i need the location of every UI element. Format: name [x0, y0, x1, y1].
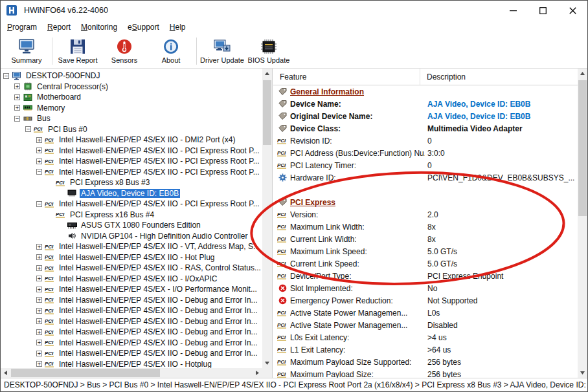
details-row[interactable]: PCIMaximum Payload Size Supported:256 by… [273, 356, 578, 368]
details-row[interactable]: PCIL1 Exit Latency:>64 us [273, 343, 578, 356]
details-row[interactable]: PCIMaximum Link Speed:5.0 GT/s [273, 245, 578, 257]
tree-item[interactable]: +PCIIntel Haswell-EN/EP/EP 4S/EX IIO - R… [1, 263, 262, 274]
driver-button[interactable]: Driver Update [199, 34, 245, 68]
tree-item[interactable]: −PCIPCI Bus #0 [1, 124, 262, 135]
scroll-up-arrow-icon[interactable] [262, 69, 272, 78]
scroll-right-arrow-icon[interactable] [253, 368, 262, 378]
details-row[interactable]: PCICurrent Link Speed:5.0 GT/s [273, 257, 578, 270]
tree-item[interactable]: +PCIIntel Haswell-EN/EP/EP 4S/EX IIO - H… [1, 359, 262, 369]
collapse-toggle[interactable]: − [3, 73, 9, 79]
expand-toggle[interactable]: + [36, 147, 42, 153]
collapse-toggle[interactable]: − [36, 169, 42, 175]
bios-button[interactable]: BIOS Update [245, 34, 292, 68]
maximize-button[interactable] [528, 1, 558, 20]
tree-item[interactable]: +PCIIntel Haswell-EN/EP/EP 4S/EX IIO - I… [1, 274, 262, 285]
tree-item[interactable]: ASUS GTX 1080 Founders Edition [1, 220, 262, 231]
scroll-down-arrow-icon[interactable] [262, 358, 272, 368]
expand-toggle[interactable]: + [36, 361, 42, 367]
tree-item[interactable]: +PCIIntel Haswell-EN/EP/EP 4S/EX IIO - D… [1, 327, 262, 338]
tree-hscroll-thumb[interactable] [11, 369, 160, 377]
expand-toggle[interactable]: + [36, 137, 42, 143]
details-vscroll-thumb[interactable] [578, 80, 587, 216]
expand-toggle[interactable]: + [36, 254, 42, 260]
expand-toggle[interactable]: + [36, 318, 42, 324]
details-row[interactable]: PCICurrent Link Width:8x [273, 233, 578, 245]
tree-item[interactable]: +PCIIntel Haswell-EN/EP/EP 4S/EX IIO - D… [1, 135, 262, 146]
expand-toggle[interactable]: + [36, 308, 42, 314]
save-button[interactable]: Save Report [54, 34, 101, 68]
tree-horizontal-scrollbar[interactable] [1, 368, 262, 378]
collapse-toggle[interactable]: − [36, 201, 42, 207]
menu-monitoring[interactable]: Monitoring [76, 21, 122, 34]
tree-item[interactable]: +PCIIntel Haswell-EN/EP/EP 4S/EX IIO - D… [1, 295, 262, 306]
details-section-row[interactable]: PCI Express [273, 196, 578, 208]
tree-item[interactable]: +Central Processor(s) [1, 82, 262, 93]
tree-item[interactable]: +PCIIntel Haswell-EN/EP/EP 4S/EX IIO - V… [1, 241, 262, 252]
minimize-button[interactable] [498, 1, 528, 20]
expand-toggle[interactable]: + [36, 329, 42, 335]
details-row[interactable]: PCIActive State Power Managemen...Disabl… [273, 319, 578, 331]
details-section-row[interactable]: General Information [273, 85, 578, 98]
expand-toggle[interactable]: + [36, 351, 42, 356]
tree-item[interactable]: −PCIIntel Haswell-EN/EP/EP 4S/EX IIO - P… [1, 199, 262, 210]
details-row[interactable]: Emergency Power Reduction:Not Supported [273, 294, 578, 307]
menu-program[interactable]: Program [2, 21, 42, 34]
details-row[interactable]: PCIVersion:2.0 [273, 208, 578, 221]
expand-toggle[interactable]: + [36, 276, 42, 281]
tree-item[interactable]: +PCIIntel Haswell-EN/EP/EP 4S/EX IIO - D… [1, 316, 262, 327]
expand-toggle[interactable]: + [36, 340, 42, 345]
details-row[interactable]: Slot Implemented:No [273, 282, 578, 294]
details-row[interactable]: PCIL0s Exit Latency:>4 us [273, 331, 578, 343]
tree-item[interactable]: +PCIIntel Haswell-EN/EP/EP 4S/EX IIO - D… [1, 348, 262, 359]
collapse-toggle[interactable]: − [25, 126, 31, 132]
expand-toggle[interactable]: + [36, 244, 42, 250]
tree-vscroll-thumb[interactable] [263, 80, 271, 145]
tree-item[interactable]: +PCIIntel Haswell-EN/EP/EP 4S/EX - I/O P… [1, 284, 262, 295]
tree-item[interactable]: PCIPCI Express x8 Bus #3 [1, 177, 262, 188]
expand-toggle[interactable]: + [36, 297, 42, 303]
tree-item[interactable]: +Motherboard [1, 92, 262, 103]
details-row[interactable]: PCIPCI Address (Bus:Device:Function) Nu.… [273, 147, 578, 159]
tree-item[interactable]: −PCIIntel Haswell-EN/EP/EP 4S/EX IIO - P… [1, 167, 262, 178]
details-row[interactable]: PCIMaximum Link Width:8x [273, 221, 578, 233]
expand-toggle[interactable]: + [36, 265, 42, 271]
menu-help[interactable]: Help [164, 21, 191, 34]
menu-esupport[interactable]: eSupport [122, 21, 164, 34]
details-row[interactable]: PCIActive State Power Managemen...L0s [273, 307, 578, 319]
details-row[interactable]: Original Device Name:AJA Video, Device I… [273, 110, 578, 122]
details-row[interactable]: Hardware ID:PCI\VEN_F1D0&DEV_EB0B&SUBSYS… [273, 171, 578, 184]
details-row[interactable]: PCIMaximum Payload Size:256 bytes [273, 368, 578, 378]
tree-item[interactable]: +PCIIntel Haswell-EN/EP/EP 4S/EX IIO - P… [1, 156, 262, 167]
tree-item[interactable]: −Bus [1, 113, 262, 124]
scroll-up-arrow-icon[interactable] [578, 69, 587, 78]
collapse-toggle[interactable]: − [14, 116, 20, 122]
details-row[interactable]: PCIDevice/Port Type:PCI Express Endpoint [273, 270, 578, 282]
expand-toggle[interactable]: + [14, 105, 20, 111]
column-header-description[interactable]: Description [420, 69, 578, 85]
scroll-left-arrow-icon[interactable] [1, 368, 10, 378]
expand-toggle[interactable]: + [36, 287, 42, 292]
details-row[interactable]: PCIRevision ID:0 [273, 135, 578, 147]
tree-vertical-scrollbar[interactable] [262, 69, 272, 368]
summary-button[interactable]: Summary [3, 34, 50, 68]
details-row[interactable]: PCIPCI Latency Timer:0 [273, 159, 578, 171]
sensors-button[interactable]: Sensors [101, 34, 148, 68]
tree-item[interactable]: PCIPCI Express x16 Bus #4 [1, 210, 262, 221]
tree-item[interactable]: AJA Video, Device ID: EB0B [1, 188, 262, 199]
tree-item[interactable]: NVIDIA GP104 - High Definition Audio Con… [1, 231, 262, 242]
tree-item[interactable]: +PCIIntel Haswell-EN/EP/EP 4S/EX IIO - D… [1, 338, 262, 349]
menu-report[interactable]: Report [42, 21, 76, 34]
scroll-down-arrow-icon[interactable] [578, 368, 587, 378]
tree-item[interactable]: +PCIIntel Haswell-EN/EP/EP 4S/EX IIO - P… [1, 146, 262, 157]
about-button[interactable]: About [148, 34, 194, 68]
expand-toggle[interactable]: + [14, 83, 20, 89]
tree-item[interactable]: +Memory [1, 103, 262, 114]
details-row[interactable]: Device Class:Multimedia Video Adapter [273, 122, 578, 135]
tree-item[interactable]: +PCIIntel Haswell-EN/EP/EP 4S/EX IIO - H… [1, 252, 262, 263]
tree-item[interactable]: +PCIIntel Haswell-EN/EP/EP 4S/EX IIO - D… [1, 305, 262, 316]
tree-item[interactable]: −DESKTOP-50OFNDJ [1, 71, 262, 82]
details-row[interactable]: Device Name:AJA Video, Device ID: EB0B [273, 98, 578, 110]
column-header-feature[interactable]: Feature [273, 69, 420, 85]
details-vertical-scrollbar[interactable] [578, 69, 587, 378]
close-button[interactable] [558, 1, 587, 20]
